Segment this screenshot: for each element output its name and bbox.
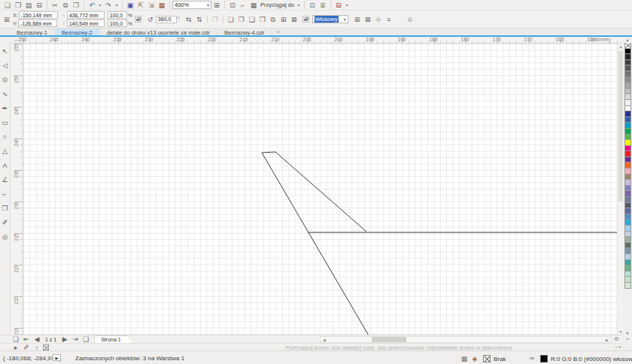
no-fill-swatch[interactable] <box>483 355 491 362</box>
full-screen-preview-icon[interactable]: ⊡ <box>227 1 238 10</box>
align-distribute-icon[interactable]: ≡ <box>384 15 394 24</box>
document-tab[interactable]: detale do druku v13 usuniete za małe.cdr <box>100 29 217 35</box>
triangle-hypotenuse[interactable] <box>275 152 366 232</box>
forward-one-icon[interactable]: ❑ <box>247 15 257 24</box>
pick-tool-icon[interactable]: ↖ <box>1 45 10 59</box>
show-grid-icon[interactable]: ▦ <box>248 1 259 10</box>
back-one-icon[interactable]: ❒ <box>257 15 268 24</box>
chevron-down-icon[interactable]: ▾ <box>342 17 346 22</box>
scale-lock-icon[interactable] <box>135 16 141 23</box>
outline-width-combo[interactable]: Włosowy ▾ <box>312 15 348 23</box>
x-position-field[interactable]: -150,149 mm <box>19 11 58 19</box>
mirror-horizontal-icon[interactable]: ⇆ <box>184 15 194 24</box>
redo-icon[interactable]: ↷ <box>103 1 114 10</box>
snap-dropdown-icon[interactable]: ▾ <box>296 1 302 10</box>
redo-dropdown-icon[interactable]: ▾ <box>114 1 120 10</box>
drop-shadow-tool-icon[interactable]: ❐ <box>1 202 10 217</box>
outline-lock-icon[interactable] <box>302 16 309 23</box>
zoom-tool-icon[interactable]: ⊙ <box>1 74 10 88</box>
document-tab[interactable]: Beznazwy-1 <box>10 29 55 35</box>
no-color-swatch[interactable] <box>624 43 631 49</box>
palette-flyout-icon[interactable]: » <box>626 336 628 341</box>
document-tab[interactable]: Beznazwy-2 <box>55 29 100 35</box>
publish-pdf-icon[interactable]: ▦ <box>156 1 167 10</box>
snap-to-button[interactable]: Przyciągaj do <box>259 2 296 8</box>
doc-palette-scroll-right[interactable]: › » <box>615 344 621 350</box>
combine-icon[interactable]: ⊠ <box>289 15 299 24</box>
object-height-icon[interactable]: ↕ <box>61 19 67 28</box>
zoom-magnifier-icon[interactable]: ⊙ <box>614 335 619 342</box>
y-position-field[interactable]: -126,689 mm <box>18 20 57 27</box>
cut-icon[interactable]: ✂ <box>50 1 60 10</box>
horizontal-scrollbar[interactable]: ◀ ▶ <box>320 336 612 343</box>
scale-v-field[interactable]: 100,0 <box>108 20 127 27</box>
text-tool-icon[interactable]: A <box>1 159 10 174</box>
welcome-dropdown-icon[interactable]: ▾ <box>344 1 350 10</box>
palette-scroll-down-icon[interactable]: ▼ <box>626 330 630 336</box>
horizontal-ruler[interactable]: milimetry 250245240235230225220215210205… <box>23 37 623 44</box>
rotation-angle-icon[interactable]: ↺ <box>145 15 156 24</box>
drawing-objects[interactable] <box>23 44 617 335</box>
edit-anchor-icon[interactable]: ❐ <box>210 15 220 24</box>
status-flyout-button[interactable]: ▶ <box>53 354 61 361</box>
object-styles-icon[interactable]: ≣ <box>318 1 328 10</box>
print-icon[interactable]: ⊟ <box>34 1 44 10</box>
ellipse-tool-icon[interactable]: ○ <box>1 131 10 145</box>
no-color-swatch[interactable] <box>43 344 49 350</box>
triangle-top-edge[interactable] <box>262 152 275 153</box>
snap-off-icon[interactable]: ⊹ <box>373 15 384 24</box>
page-tab[interactable]: Strona 1 <box>94 335 132 343</box>
show-rulers-icon[interactable]: ⌐ <box>238 1 248 10</box>
new-document-icon[interactable]: ❏ <box>2 1 13 10</box>
copy-icon[interactable]: ⧉ <box>60 1 71 10</box>
color-swatch[interactable] <box>624 282 631 289</box>
zoom-level-combo[interactable]: 400% ▾ <box>172 1 211 9</box>
chevron-down-icon[interactable]: ▾ <box>205 2 209 8</box>
welcome-screen-icon[interactable]: ⊟ <box>333 1 344 10</box>
group-icon[interactable]: ⧉ <box>268 15 278 24</box>
undo-dropdown-icon[interactable]: ▾ <box>97 1 103 10</box>
horizontal-scroll-thumb[interactable] <box>372 337 406 342</box>
search-content-icon[interactable]: ▣ <box>125 1 135 10</box>
undo-icon[interactable]: ↶ <box>87 1 97 10</box>
outline-color-swatch[interactable] <box>540 355 548 362</box>
document-color-settings-icon[interactable]: ▦ <box>459 354 469 363</box>
eyedropper-tool-icon[interactable]: ✐ <box>1 217 10 231</box>
to-front-icon[interactable]: ❏ <box>226 15 236 24</box>
rotation-angle-field[interactable]: 360,0 <box>156 16 177 23</box>
object-position-icon[interactable]: ⊞ <box>2 15 12 24</box>
scale-h-field[interactable]: 100,0 <box>108 11 127 19</box>
mirror-vertical-icon[interactable]: ⇅ <box>194 15 205 24</box>
connector-tool-icon[interactable]: ⌐ <box>1 188 10 202</box>
long-diagonal-line[interactable] <box>262 153 369 335</box>
shape-tool-icon[interactable]: ◁ <box>1 59 10 74</box>
object-height-field[interactable]: 140,549 mm <box>67 20 105 27</box>
export-icon[interactable]: ⇲ <box>146 1 156 10</box>
ungroup-icon[interactable]: ⊞ <box>278 15 289 24</box>
polygon-tool-icon[interactable]: △ <box>1 145 10 159</box>
freehand-tool-icon[interactable]: ∿ <box>1 88 10 102</box>
paste-icon[interactable]: ❐ <box>71 1 81 10</box>
scroll-right-icon[interactable]: ▶ <box>604 338 610 342</box>
vertical-scrollbar[interactable]: ▲ ▼ <box>617 44 623 335</box>
fill-type-icon[interactable]: ◈ <box>469 354 480 363</box>
scroll-left-icon[interactable]: ◀ <box>321 338 327 342</box>
bezier-tool-icon[interactable]: ✒ <box>1 102 10 117</box>
object-width-field[interactable]: 436,772 mm <box>67 11 105 19</box>
to-back-icon[interactable]: ❐ <box>236 15 247 24</box>
open-icon[interactable]: ❒ <box>13 1 23 10</box>
dimension-tool-icon[interactable]: ∠ <box>1 174 10 188</box>
outline-pen-icon[interactable]: ✑ <box>527 354 537 363</box>
add-tool-button[interactable]: ⊕ <box>1 231 10 245</box>
document-tab[interactable]: Beznazwy-4.cdr <box>217 29 272 35</box>
wrap-paragraph-text-icon[interactable]: ⊞ <box>352 15 363 24</box>
drawing-canvas[interactable] <box>23 44 617 335</box>
palette-scroll-up-icon[interactable]: ▲ <box>626 37 630 43</box>
rectangle-tool-icon[interactable]: ▭ <box>1 117 10 131</box>
save-icon[interactable]: ▤ <box>23 1 34 10</box>
add-preset-icon[interactable]: ⊕ <box>405 15 415 24</box>
import-icon[interactable]: ⇱ <box>135 1 146 10</box>
options-icon[interactable]: ⊡ <box>307 1 318 10</box>
new-document-tab-button[interactable]: + <box>272 29 284 35</box>
edit-fill-icon[interactable]: ⊠ <box>363 15 373 24</box>
